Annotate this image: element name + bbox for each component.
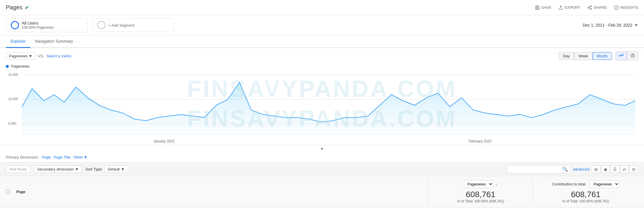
sort-type-label: Sort Type:	[85, 167, 103, 171]
tab-explorer-label: Explorer	[11, 39, 26, 44]
chart-controls-right: Day Week Month	[559, 51, 638, 61]
time-buttons: Day Week Month	[559, 52, 612, 60]
search-icon[interactable]: 🔍	[562, 166, 568, 172]
series-name: Pageviews	[11, 64, 29, 68]
col-header-pageviews: Pageviews ↓ 608,761 % of Total: 100.00% …	[428, 178, 533, 206]
dim-page-link[interactable]: Page	[42, 155, 51, 159]
pivot-view-button[interactable]: ⊟	[629, 166, 638, 173]
segment-info: All Users 100.00% Pageviews	[22, 21, 54, 30]
segment-bar-left: All Users 100.00% Pageviews + Add Segmen…	[6, 18, 174, 32]
compare-view-button[interactable]: ⇄	[620, 166, 629, 173]
contribution-col-controls: Contribution to total: Pageviews	[538, 180, 633, 188]
metric-dropdown-arrow-icon: ▼	[29, 54, 32, 58]
dim-other-label: Other	[74, 155, 83, 159]
pageviews-total-sub: % of Total: 100.00% (608,761)	[433, 199, 528, 203]
chart-area-fill	[22, 82, 635, 135]
secondary-dim-arrow-icon: ▼	[75, 167, 79, 171]
month-button[interactable]: Month	[593, 52, 612, 60]
top-bar-right: SAVE EXPORT SHARE INSIGHTS	[535, 5, 638, 10]
chart-controls: Pageviews ▼ VS. Select a metric Day Week…	[0, 48, 644, 64]
date-range-text: Dec 1, 2021 - Feb 28, 2022	[583, 23, 632, 27]
chart-dates: January 2022 February 2022	[0, 137, 644, 145]
page-title: Pages	[6, 4, 22, 11]
select-metric-link[interactable]: Select a metric	[46, 54, 72, 58]
add-segment-button[interactable]: + Add Segment	[92, 18, 174, 32]
view-buttons: ⊞ ◉ ☰ ⇄ ⊟	[592, 166, 638, 173]
insights-icon	[614, 5, 619, 10]
date-range-picker[interactable]: Dec 1, 2021 - Feb 28, 2022 ▼	[583, 23, 638, 27]
date-label-jan: January 2022	[6, 139, 322, 143]
contribution-label: Contribution to total:	[552, 182, 586, 186]
segment-label: All Users	[22, 21, 54, 25]
scroll-down-icon: ▼	[320, 147, 324, 151]
plot-rows-button: Plot Rows	[6, 166, 31, 173]
chart-type-buttons	[615, 51, 638, 61]
search-box[interactable]: 🔍	[506, 165, 571, 173]
segment-sublabel: 100.00% Pageviews	[22, 25, 54, 30]
pie-chart-icon	[630, 53, 635, 58]
export-label: EXPORT	[565, 5, 580, 10]
chart-area: 15,000 10,000 5,000 FINSAVYPANDA.COM FIN…	[0, 70, 644, 137]
list-view-button[interactable]: ☰	[610, 166, 619, 173]
segment-bar: All Users 100.00% Pageviews + Add Segmen…	[0, 15, 644, 35]
svg-text:15,000: 15,000	[8, 73, 18, 76]
pageviews-col-controls: Pageviews ↓	[433, 180, 528, 188]
pie-chart-button[interactable]	[627, 51, 638, 61]
pageviews-metric-select[interactable]: Pageviews	[464, 180, 493, 188]
chart-svg: 15,000 10,000 5,000	[6, 70, 638, 137]
day-button[interactable]: Day	[559, 52, 574, 60]
pageviews-total-big: 608,761	[433, 190, 528, 199]
save-icon	[535, 5, 540, 10]
week-button[interactable]: Week	[574, 52, 593, 60]
scroll-indicator[interactable]: ▼	[0, 145, 644, 152]
dim-other-arrow-icon: ▼	[84, 155, 87, 159]
table-controls: Plot Rows Secondary dimension ▼ Sort Typ…	[0, 163, 644, 176]
primary-dimension-bar: Primary Dimension: Page Page Title Other…	[0, 152, 644, 163]
col-header-page: Page	[16, 178, 428, 206]
export-button[interactable]: EXPORT	[558, 5, 580, 10]
primary-dimension-label: Primary Dimension:	[6, 155, 39, 159]
all-users-segment[interactable]: All Users 100.00% Pageviews	[6, 18, 88, 32]
insights-button[interactable]: INSIGHTS	[614, 5, 638, 10]
dim-page-title-link[interactable]: Page Title	[54, 155, 71, 159]
col-header-contribution: Contribution to total: Pageviews 608,761…	[533, 178, 638, 206]
svg-text:10,000: 10,000	[8, 97, 18, 101]
sort-type-control: Sort Type: Default ▼	[85, 166, 128, 173]
table-header-check	[6, 178, 16, 206]
metric-dropdown[interactable]: Pageviews ▼	[6, 52, 36, 60]
tab-navigation-summary-label: Navigation Summary	[35, 39, 73, 44]
tab-navigation-summary[interactable]: Navigation Summary	[30, 35, 78, 48]
contribution-metric-select[interactable]: Pageviews	[590, 180, 619, 188]
advanced-link[interactable]: advanced	[573, 167, 589, 171]
share-button[interactable]: SHARE	[587, 5, 607, 10]
export-icon	[558, 5, 563, 10]
secondary-dimension-dropdown[interactable]: Secondary dimension ▼	[34, 166, 82, 173]
table-controls-right: 🔍 advanced ⊞ ◉ ☰ ⇄ ⊟	[506, 165, 638, 173]
svg-line-4	[589, 8, 591, 9]
share-icon	[587, 5, 592, 10]
line-chart-icon	[619, 54, 624, 58]
tab-explorer[interactable]: Explorer	[6, 35, 30, 48]
search-input[interactable]	[509, 167, 562, 171]
add-circle-icon	[97, 21, 105, 29]
grid-view-button[interactable]: ⊞	[592, 166, 600, 173]
pageviews-sort-arrow-icon[interactable]: ↓	[496, 182, 498, 187]
save-button[interactable]: SAVE	[535, 5, 551, 10]
select-all-checkbox[interactable]	[6, 190, 10, 194]
sort-dropdown-arrow-icon: ▼	[121, 167, 125, 171]
contribution-total-big: 608,761	[538, 190, 633, 199]
svg-text:5,000: 5,000	[8, 122, 16, 125]
line-chart-button[interactable]	[615, 51, 627, 61]
dim-other-link[interactable]: Other ▼	[74, 155, 87, 159]
svg-point-1	[590, 6, 591, 7]
svg-line-5	[589, 6, 591, 7]
circle-view-button[interactable]: ◉	[601, 166, 610, 173]
contribution-total: 608,761 % of Total: 100.00% (608,761)	[538, 190, 633, 203]
col-page-label: Page	[16, 190, 25, 194]
chart-series-label: Pageviews	[0, 64, 644, 70]
svg-point-3	[590, 8, 591, 9]
sort-default-dropdown[interactable]: Default ▼	[104, 166, 128, 173]
vs-text: VS.	[38, 54, 44, 58]
save-label: SAVE	[541, 5, 551, 10]
insights-label: INSIGHTS	[620, 5, 638, 10]
